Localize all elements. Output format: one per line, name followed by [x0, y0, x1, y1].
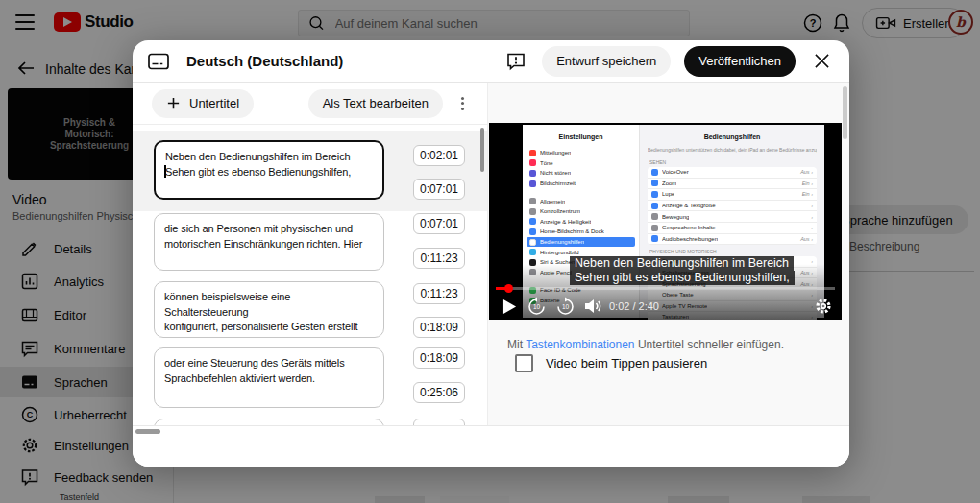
subtitle-text-box[interactable]: oder eine Steuerung des Geräts mittels S…	[154, 347, 384, 408]
player-settings-button[interactable]	[813, 296, 834, 317]
video-player[interactable]: 09:41 Dienstag 9. Jan. 76 % Einstellunge…	[489, 123, 842, 320]
pause-while-typing-label: Video beim Tippen pausieren	[546, 356, 707, 371]
ipad-section-label: SEHEN	[649, 159, 824, 165]
pause-while-typing-checkbox[interactable]	[515, 354, 533, 372]
cue-start-time[interactable]: 0:02:01	[413, 145, 465, 166]
cue-start-time[interactable]	[413, 419, 465, 425]
dialog-title: Deutsch (Deutschland)	[186, 53, 343, 69]
cue-list-scrollbar[interactable]	[480, 128, 484, 172]
video-preview-panel: 09:41 Dienstag 9. Jan. 76 % Einstellunge…	[487, 83, 849, 425]
cue-end-time[interactable]: 0:18:09	[413, 317, 465, 338]
subtitle-text[interactable]: Neben den Bedienungshilfen im Bereich Se…	[156, 142, 382, 187]
dialog-footer	[133, 425, 849, 467]
close-dialog-button[interactable]	[809, 49, 834, 74]
subtitle-text-box-active[interactable]: Neben den Bedienungshilfen im Bereich Se…	[154, 140, 384, 200]
ipad-description: Bedienungshilfen unterstützen dich dabei…	[648, 147, 817, 153]
publish-button[interactable]: Veröffentlichen	[684, 46, 796, 77]
caption-line: Neben den Bedienungshilfen im Bereich	[570, 256, 794, 271]
horizontal-scrollbar[interactable]	[135, 429, 160, 434]
cue-end-time[interactable]: 0:07:01	[413, 179, 465, 200]
caption-overlay: Neben den Bedienungshilfen im Bereich Se…	[570, 256, 795, 285]
ipad-menu-row: Mitteilungen	[527, 148, 635, 158]
dialog-scrollbar[interactable]	[843, 86, 847, 139]
ipad-setting-row: Gesprochene Inhalte	[648, 223, 817, 234]
pause-while-typing-row: Video beim Tippen pausieren	[515, 354, 707, 372]
gear-icon	[814, 297, 833, 316]
volume-icon	[584, 299, 603, 314]
more-options-button[interactable]	[457, 93, 468, 114]
shortcuts-link[interactable]: Tastenkombinationen	[526, 338, 634, 351]
ipad-menu-row: Nicht stören	[527, 168, 635, 179]
text-cursor	[164, 165, 166, 178]
dialog-header: Deutsch (Deutschland) Entwurf speichern …	[133, 40, 849, 83]
ipad-left-header: Einstellungen	[523, 133, 639, 140]
subtitle-cue-row-partial	[133, 413, 487, 425]
save-draft-button[interactable]: Entwurf speichern	[542, 46, 671, 77]
subtitle-list-panel: Untertitel Als Text bearbeiten Neben den…	[133, 83, 487, 425]
subtitle-text[interactable]: die sich an Personen mit physischen und …	[155, 214, 383, 259]
send-feedback-button[interactable]	[503, 49, 528, 74]
play-icon	[502, 299, 517, 315]
forward-10-button[interactable]: 10	[554, 296, 576, 317]
feedback-icon	[506, 52, 526, 71]
subtitle-editor-dialog: Deutsch (Deutschland) Entwurf speichern …	[133, 40, 849, 467]
ipad-menu-row: Anzeige & Helligkeit	[527, 217, 635, 228]
subtitle-cue-row: können beispielsweise eine Schaltersteue…	[133, 276, 487, 344]
subtitle-text-box[interactable]	[154, 419, 384, 425]
volume-button[interactable]	[583, 296, 604, 317]
ipad-menu-row: Allgemein	[527, 196, 635, 206]
subtitle-cue-list[interactable]: Neben den Bedienungshilfen im Bereich Se…	[133, 125, 487, 425]
shortcut-hint: Mit Tastenkombinationen Untertitel schne…	[507, 338, 784, 351]
svg-text:10: 10	[532, 303, 540, 310]
player-controls: 10 10 0:02 / 2:40	[489, 294, 842, 319]
svg-text:10: 10	[561, 303, 569, 310]
player-progress-bar[interactable]	[496, 287, 835, 290]
ipad-menu-row-active: Bedienungshilfen	[527, 237, 635, 248]
ipad-menu-row: Home-Bildschirm & Dock	[527, 227, 635, 237]
captions-icon	[148, 53, 169, 70]
rewind-10-button[interactable]: 10	[526, 296, 547, 317]
subtitle-toolbar: Untertitel Als Text bearbeiten	[133, 83, 487, 125]
ipad-setting-row: AudiobeschreibungenAus	[648, 234, 817, 246]
edit-as-text-button[interactable]: Als Text bearbeiten	[308, 89, 443, 118]
ipad-setting-row: Bewegung	[648, 211, 817, 223]
subtitle-text-box[interactable]: die sich an Personen mit physischen und …	[154, 213, 384, 271]
cue-start-time[interactable]: 0:11:23	[413, 283, 465, 304]
ipad-menu-row: Kontrollzentrum	[527, 206, 635, 217]
ipad-section-label: PHYSISCH UND MOTORISCH	[649, 249, 824, 254]
ipad-menu-row: Töne	[527, 158, 635, 169]
subtitle-cue-row: Neben den Bedienungshilfen im Bereich Se…	[133, 131, 487, 211]
subtitle-text-box[interactable]: können beispielsweise eine Schaltersteue…	[154, 281, 384, 338]
youtube-studio-page: Studio ? Erstellen b Inhalte des Kanals …	[0, 0, 980, 503]
subtitle-cue-row: die sich an Personen mit physischen und …	[133, 211, 487, 276]
subtitle-cue-row: oder eine Steuerung des Geräts mittels S…	[133, 344, 487, 413]
cue-start-time[interactable]: 0:18:09	[413, 347, 465, 369]
player-time: 0:02 / 2:40	[609, 300, 659, 312]
caption-line: Sehen gibt es ebenso Bedienungshilfen,	[570, 271, 795, 285]
forward-10-icon: 10	[555, 297, 576, 317]
subtitle-text[interactable]: können beispielsweise eine Schaltersteue…	[155, 282, 383, 338]
subtitle-text[interactable]: oder eine Steuerung des Geräts mittels S…	[155, 348, 383, 394]
ipad-setting-row: LupeEin	[648, 189, 817, 201]
ipad-setting-row: Anzeige & Textgröße	[648, 201, 817, 212]
ipad-right-header: Bedienungshilfen	[640, 133, 824, 140]
plus-icon	[166, 96, 181, 110]
ipad-setting-row: ZoomEin	[648, 179, 817, 190]
progress-scrubber[interactable]	[504, 284, 513, 293]
cue-start-time[interactable]: 0:07:01	[413, 213, 465, 234]
ipad-setting-row: VoiceOverAus	[648, 167, 817, 179]
play-button[interactable]	[499, 296, 520, 317]
cue-end-time[interactable]: 0:11:23	[413, 248, 465, 269]
close-icon	[814, 53, 830, 69]
add-subtitle-button[interactable]: Untertitel	[152, 89, 254, 118]
ipad-menu-row: Bildschirmzeit	[527, 179, 635, 189]
cue-end-time[interactable]: 0:25:06	[413, 382, 465, 403]
rewind-10-icon: 10	[527, 297, 547, 317]
